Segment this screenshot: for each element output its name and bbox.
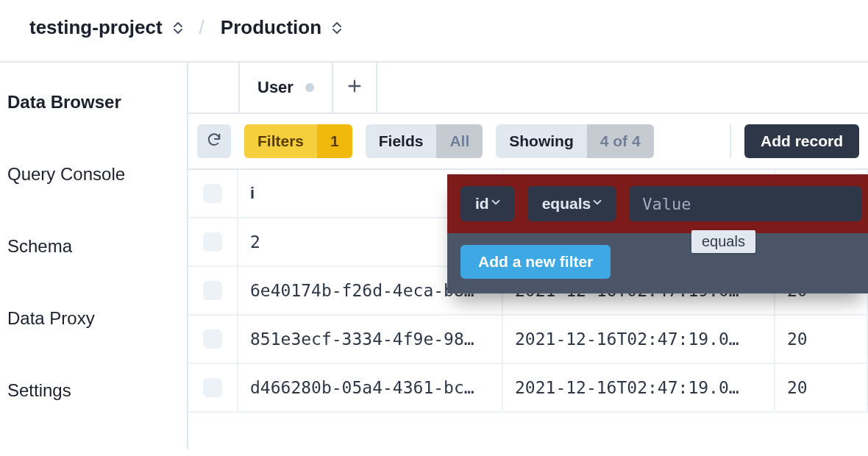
checkbox-icon xyxy=(203,378,222,397)
add-filter-label: Add a new filter xyxy=(478,253,593,271)
model-tabs-bar: User xyxy=(188,63,868,114)
cell-id[interactable]: 851e3ecf-3334-4f9e-98… xyxy=(238,316,503,363)
cell-timestamp[interactable]: 2021-12-16T02:47:19.0… xyxy=(503,364,775,411)
breadcrumb-project-label: testing-project xyxy=(29,16,163,39)
sidebar-item-label: Data Proxy xyxy=(7,308,95,328)
showing-label: Showing xyxy=(496,124,587,158)
checkbox-icon xyxy=(203,281,222,300)
refresh-icon xyxy=(206,132,222,152)
refresh-button[interactable] xyxy=(197,124,231,158)
showing-count-badge: 4 of 4 xyxy=(587,124,654,158)
breadcrumb-environment[interactable]: Production xyxy=(221,16,342,39)
filter-field-select[interactable]: id xyxy=(460,186,514,221)
filters-button[interactable]: Filters 1 xyxy=(244,124,352,158)
unsaved-dot-icon xyxy=(305,83,314,92)
breadcrumb-separator: / xyxy=(199,16,204,39)
checkbox-icon xyxy=(203,232,222,252)
cell-timestamp[interactable]: 2021-12-16T02:47:19.0… xyxy=(503,316,775,363)
sidebar-item-schema[interactable]: Schema xyxy=(7,223,187,270)
fields-label: Fields xyxy=(366,124,437,158)
filter-popover: id equals equals Add a new xyxy=(447,174,868,293)
plus-icon xyxy=(346,78,363,97)
checkbox-icon xyxy=(203,329,222,349)
cell-timestamp2[interactable]: 20 xyxy=(775,316,868,363)
model-tab-user[interactable]: User xyxy=(238,63,333,113)
add-model-tab-button[interactable] xyxy=(333,63,377,113)
row-select-cell[interactable] xyxy=(188,218,238,266)
select-all-cell[interactable] xyxy=(188,170,238,217)
filter-actions: Add a new filter xyxy=(447,233,868,293)
row-select-cell[interactable] xyxy=(188,267,238,314)
chevron-down-icon xyxy=(591,195,604,213)
fields-scope-badge: All xyxy=(436,124,483,158)
breadcrumb-environment-label: Production xyxy=(221,16,321,39)
toolbar: Filters 1 Fields All Showing 4 of 4 Add … xyxy=(188,114,868,170)
chevron-updown-icon xyxy=(173,22,183,34)
sidebar-item-settings[interactable]: Settings xyxy=(7,367,187,414)
row-select-cell[interactable] xyxy=(188,316,238,363)
filter-operator-value: equals xyxy=(542,195,591,213)
filters-label: Filters xyxy=(244,124,317,158)
add-record-button[interactable]: Add record xyxy=(744,124,859,158)
chevron-updown-icon xyxy=(332,22,342,34)
model-tab-label: User xyxy=(257,78,294,97)
add-record-label: Add record xyxy=(761,132,843,150)
filter-condition-row: id equals xyxy=(447,174,868,233)
operator-tooltip: equals xyxy=(691,230,755,253)
sidebar-item-data-proxy[interactable]: Data Proxy xyxy=(7,295,187,342)
checkbox-icon xyxy=(203,184,222,203)
cell-id[interactable]: d466280b-05a4-4361-bc… xyxy=(238,364,503,411)
fields-button[interactable]: Fields All xyxy=(366,124,483,158)
sidebar-item-label: Query Console xyxy=(7,164,125,184)
cell-timestamp2[interactable]: 20 xyxy=(775,364,868,411)
filter-field-value: id xyxy=(475,195,489,213)
content: User Filters 1 Fields All xyxy=(188,63,868,449)
breadcrumb: testing-project / Production xyxy=(0,0,868,61)
row-select-cell[interactable] xyxy=(188,364,238,411)
sidebar-item-label: Schema xyxy=(7,236,72,256)
showing-button[interactable]: Showing 4 of 4 xyxy=(496,124,653,158)
sidebar: Data Browser Query Console Schema Data P… xyxy=(0,63,188,449)
filter-operator-select[interactable]: equals xyxy=(527,186,616,221)
sidebar-item-data-browser[interactable]: Data Browser xyxy=(7,86,187,126)
table-row[interactable]: d466280b-05a4-4361-bc… 2021-12-16T02:47:… xyxy=(188,364,868,413)
add-filter-button[interactable]: Add a new filter xyxy=(460,245,611,279)
breadcrumb-project[interactable]: testing-project xyxy=(29,16,183,39)
filters-count-badge: 1 xyxy=(317,124,352,158)
filter-value-input[interactable] xyxy=(629,186,861,221)
sidebar-item-query-console[interactable]: Query Console xyxy=(7,151,187,198)
sidebar-item-label: Settings xyxy=(7,380,71,400)
chevron-down-icon xyxy=(489,195,502,213)
table-row[interactable]: 851e3ecf-3334-4f9e-98… 2021-12-16T02:47:… xyxy=(188,316,868,364)
sidebar-item-label: Data Browser xyxy=(7,92,121,112)
